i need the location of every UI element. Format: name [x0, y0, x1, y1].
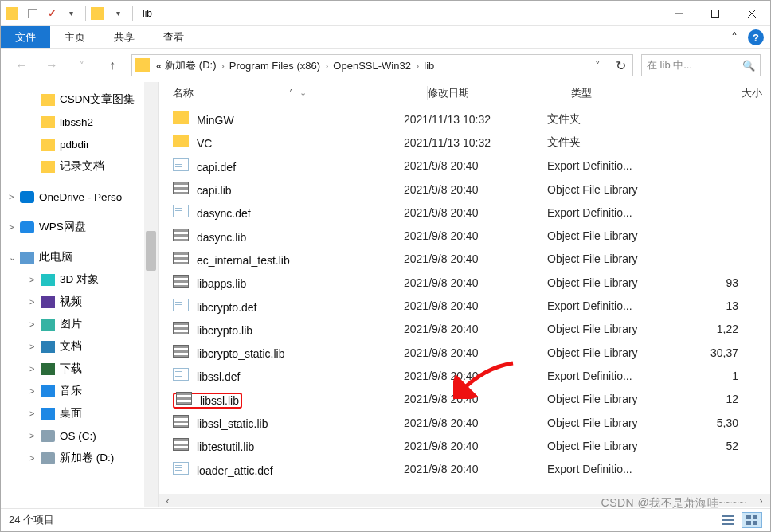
col-dropdown-icon[interactable]: ⌄	[299, 88, 307, 98]
chevron-icon[interactable]: >	[29, 409, 41, 418]
breadcrumb[interactable]: «	[155, 60, 163, 72]
file-name: libcrypto.def	[173, 299, 404, 314]
tree-item[interactable]: libssh2	[1, 111, 158, 133]
close-button[interactable]	[734, 1, 770, 26]
scroll-left-icon[interactable]: ‹	[161, 495, 174, 506]
maximize-button[interactable]	[697, 1, 734, 26]
table-row[interactable]: libssl.def2021/9/8 20:40Export Definitio…	[159, 364, 770, 387]
tree-item[interactable]: pdbdir	[1, 133, 158, 155]
scroll-right-icon[interactable]: ›	[754, 495, 768, 506]
breadcrumb[interactable]: lib	[422, 60, 436, 72]
forward-button[interactable]: →	[41, 54, 63, 76]
breadcrumb[interactable]: OpenSSL-Win32	[331, 60, 413, 72]
tree-item[interactable]: >WPS网盘	[1, 216, 158, 238]
chevron-icon[interactable]: >	[9, 222, 20, 232]
address-bar[interactable]: « 新加卷 (D:) › Program Files (x86) › OpenS…	[131, 54, 609, 76]
search-icon[interactable]: 🔍	[742, 60, 755, 72]
help-icon[interactable]: ?	[748, 29, 764, 45]
view-large-icon[interactable]	[742, 512, 762, 528]
col-date[interactable]: 修改日期	[428, 86, 571, 100]
chevron-icon[interactable]: >	[29, 275, 41, 284]
file-lib-icon	[173, 345, 189, 358]
table-row[interactable]: dasync.def2021/9/8 20:40Export Definitio…	[159, 201, 770, 224]
table-row[interactable]: libcrypto.def2021/9/8 20:40Export Defini…	[159, 294, 770, 317]
chevron-right-icon[interactable]: ›	[218, 60, 228, 72]
folder-icon	[41, 116, 55, 128]
nav-tree[interactable]: CSDN文章图集libssh2pdbdir记录文档>OneDrive - Per…	[1, 82, 159, 507]
tree-item[interactable]: >OS (C:)	[1, 424, 158, 447]
tree-item[interactable]: >下载	[1, 358, 158, 380]
chevron-icon[interactable]: >	[29, 342, 41, 351]
tab-file[interactable]: 文件	[1, 26, 50, 48]
table-row[interactable]: MinGW2021/11/13 10:32文件夹	[159, 108, 770, 131]
address-dropdown-icon[interactable]: ˅	[589, 60, 605, 72]
tree-item[interactable]: >视频	[1, 291, 158, 313]
tree-item[interactable]: >音乐	[1, 380, 158, 402]
refresh-button[interactable]: ↻	[609, 54, 633, 76]
tab-view[interactable]: 查看	[149, 26, 198, 48]
table-row[interactable]: dasync.lib2021/9/8 20:40Object File Libr…	[159, 224, 770, 247]
tree-item[interactable]: >图片	[1, 313, 158, 335]
tree-item[interactable]: >新加卷 (D:)	[1, 447, 158, 469]
chevron-icon[interactable]: ⌄	[9, 252, 20, 263]
chevron-icon[interactable]: >	[9, 192, 20, 201]
scrollbar-thumb[interactable]	[146, 231, 156, 271]
view-details-icon[interactable]	[718, 512, 738, 528]
back-button[interactable]: ←	[10, 54, 33, 76]
search-input[interactable]: 在 lib 中... 🔍	[641, 54, 761, 76]
tree-item[interactable]: >文档	[1, 335, 158, 358]
ribbon-collapse-icon[interactable]: ˄	[726, 29, 743, 46]
qat-item[interactable]	[25, 6, 41, 22]
table-row[interactable]: ec_internal_test.lib2021/9/8 20:40Object…	[159, 248, 770, 271]
col-name[interactable]: 名称 ˄ ⌄	[173, 86, 428, 100]
breadcrumb[interactable]: 新加卷 (D:)	[163, 58, 217, 72]
table-row[interactable]: libapps.lib2021/9/8 20:40Object File Lib…	[159, 271, 770, 294]
tree-item[interactable]: 记录文档	[1, 155, 158, 178]
file-name: ec_internal_test.lib	[173, 252, 404, 267]
table-row[interactable]: libcrypto_static.lib2021/9/8 20:40Object…	[159, 341, 770, 364]
column-label: 类型	[571, 86, 592, 100]
up-button[interactable]: ↑	[101, 54, 123, 76]
chevron-icon[interactable]: >	[29, 319, 41, 329]
chevron-icon[interactable]: >	[29, 431, 41, 440]
table-row[interactable]: capi.lib2021/9/8 20:40Object File Librar…	[159, 178, 770, 201]
table-row[interactable]: libssl.lib2021/9/8 20:40Object File Libr…	[159, 388, 770, 411]
file-date: 2021/9/8 20:40	[404, 323, 547, 335]
file-folder-icon	[173, 111, 189, 124]
tree-item[interactable]: CSDN文章图集	[1, 88, 158, 111]
qat-item[interactable]: ✓	[44, 6, 60, 22]
table-row[interactable]: loader_attic.def2021/9/8 20:40Export Def…	[159, 457, 770, 480]
chevron-right-icon[interactable]: ›	[322, 60, 331, 72]
tab-share[interactable]: 共享	[100, 26, 149, 48]
tree-item[interactable]: ⌄此电脑	[1, 246, 158, 268]
tree-item[interactable]: >桌面	[1, 402, 158, 424]
desk-icon	[41, 408, 55, 420]
file-type: Object File Library	[547, 417, 675, 429]
recent-button[interactable]: ˅	[71, 54, 93, 76]
qat-dropdown-icon[interactable]: ▾	[110, 6, 126, 22]
chevron-right-icon[interactable]: ›	[413, 60, 422, 72]
minimize-button[interactable]	[660, 1, 697, 26]
chevron-icon[interactable]: >	[29, 297, 41, 307]
table-row[interactable]: capi.def2021/9/8 20:40Export Definitio..…	[159, 155, 770, 178]
table-row[interactable]: libtestutil.lib2021/9/8 20:40Object File…	[159, 434, 770, 457]
qat-dropdown-icon[interactable]: ▾	[63, 6, 79, 22]
tab-home[interactable]: 主页	[50, 26, 100, 48]
col-type[interactable]: 类型	[571, 86, 699, 100]
svg-rect-10	[753, 521, 757, 525]
tree-item[interactable]: >OneDrive - Perso	[1, 186, 158, 208]
chevron-icon[interactable]: >	[29, 453, 41, 463]
table-row[interactable]: VC2021/11/13 10:32文件夹	[159, 131, 770, 154]
obj3d-icon	[41, 274, 55, 286]
table-row[interactable]: libssl_static.lib2021/9/8 20:40Object Fi…	[159, 411, 770, 434]
breadcrumb[interactable]: Program Files (x86)	[228, 60, 322, 72]
file-folder-icon	[173, 135, 189, 147]
chevron-icon[interactable]: >	[29, 364, 41, 374]
file-type: Object File Library	[547, 276, 675, 289]
col-size[interactable]: 大小	[699, 86, 762, 100]
chevron-icon[interactable]: >	[29, 386, 41, 396]
window-title: lib	[143, 8, 152, 19]
scrollbar[interactable]	[144, 82, 158, 507]
table-row[interactable]: libcrypto.lib2021/9/8 20:40Object File L…	[159, 318, 770, 341]
tree-item[interactable]: >3D 对象	[1, 268, 158, 291]
